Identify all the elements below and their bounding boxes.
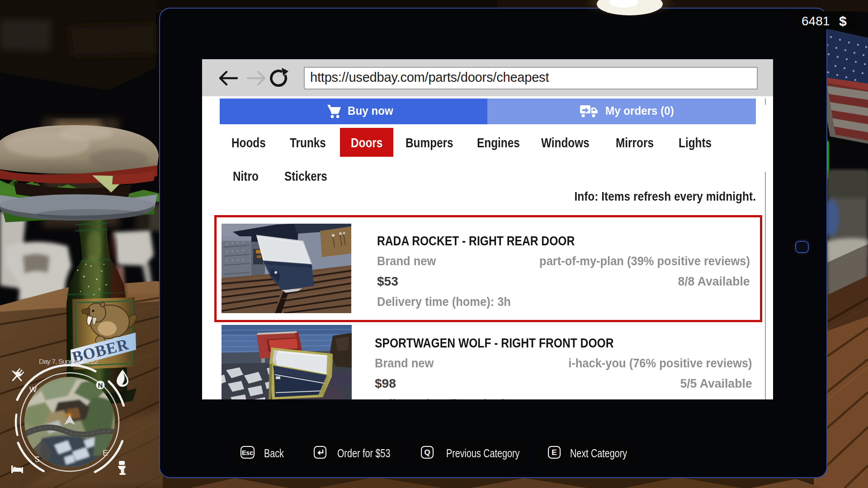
svg-text:W: W (29, 385, 37, 394)
svg-text:N: N (98, 381, 103, 389)
svg-text:Day 7, Sunday, 16:22: Day 7, Sunday, 16:22 (39, 357, 98, 365)
